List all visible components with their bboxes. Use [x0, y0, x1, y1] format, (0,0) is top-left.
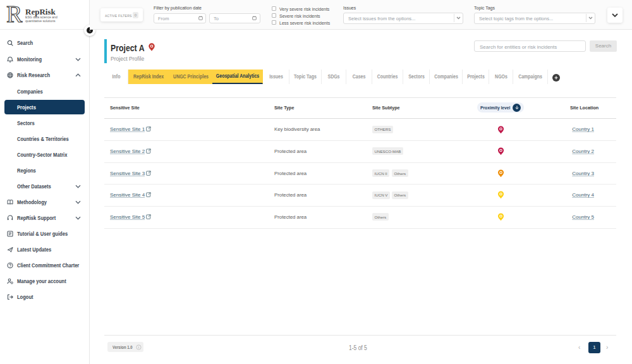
svg-text:R: R [6, 4, 23, 24]
